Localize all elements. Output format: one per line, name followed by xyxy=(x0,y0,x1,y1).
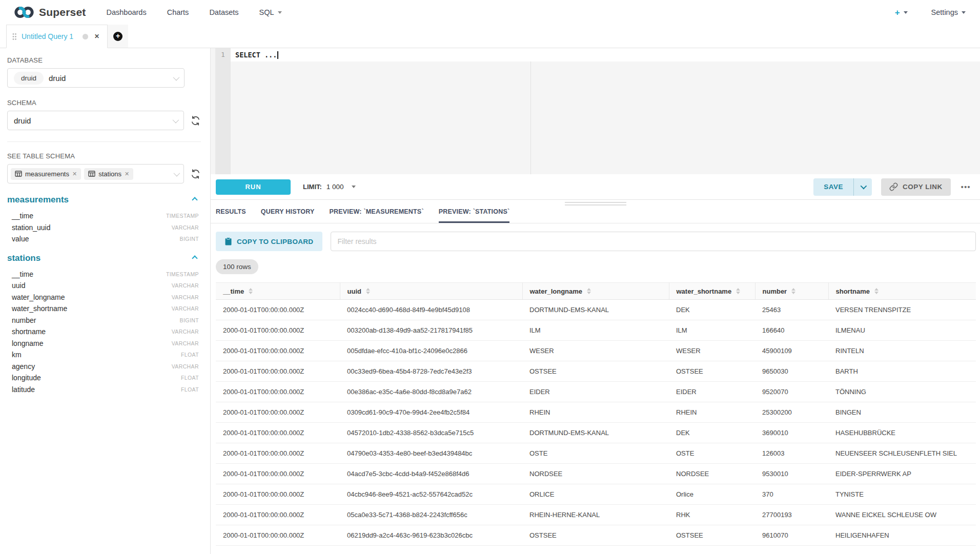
chevron-down-icon xyxy=(173,116,179,123)
schema-name: measurements xyxy=(7,195,69,205)
database-select[interactable]: druid druid xyxy=(7,68,185,88)
column-name: value xyxy=(12,235,29,243)
table-row: 2000-01-01T00:00:00.000Z04572010-1db2-43… xyxy=(216,423,976,443)
plus-circle-icon: + xyxy=(113,32,122,41)
table-cell: NEUENSEER SCHLEUSENFLETH SIEL xyxy=(828,443,976,464)
copy-to-clipboard-button[interactable]: COPY TO CLIPBOARD xyxy=(216,232,322,251)
table-cell: DEK xyxy=(669,300,755,320)
schema-column-row: station_uuidVARCHAR xyxy=(7,222,199,234)
table-cell: 2000-01-01T00:00:00.000Z xyxy=(216,361,340,382)
limit-dropdown[interactable]: LIMIT: 1 000 xyxy=(303,183,356,191)
chevron-down-icon xyxy=(962,11,966,14)
column-header-water_longname[interactable]: water_longname xyxy=(522,283,669,300)
column-name: km xyxy=(12,351,22,359)
column-header-__time[interactable]: __time xyxy=(216,283,340,300)
table-cell: 2000-01-01T00:00:00.000Z xyxy=(216,382,340,402)
sort-icon xyxy=(587,288,591,294)
query-tab-label: Untitled Query 1 xyxy=(22,32,78,40)
table-cell: 06219dd9-a2c4-463c-9619-623b3c026cbc xyxy=(340,525,522,546)
table-cell: WANNE EICKEL SCHLEUSE OW xyxy=(828,505,976,525)
chevron-down-icon xyxy=(278,11,282,14)
refresh-schema-button[interactable] xyxy=(190,115,201,126)
nav-links: DashboardsChartsDatasets SQL xyxy=(106,8,281,16)
table-cell: DORTMUND-EMS-KANAL xyxy=(522,423,669,443)
table-cell: 27700193 xyxy=(755,505,828,525)
column-header-label: uuid xyxy=(348,288,361,295)
table-cell: 9530010 xyxy=(755,464,828,484)
remove-table-icon[interactable]: ✕ xyxy=(125,171,129,177)
settings-menu[interactable]: Settings xyxy=(931,8,966,16)
column-name: __time xyxy=(12,212,33,220)
column-header-label: water_shortname xyxy=(677,288,732,295)
link-icon xyxy=(889,182,898,191)
column-header-number[interactable]: number xyxy=(755,283,828,300)
sql-lab-left-panel: DATABASE druid druid SCHEMA druid xyxy=(0,48,211,554)
close-tab-icon[interactable]: ✕ xyxy=(93,32,101,41)
nav-item-sql[interactable]: SQL xyxy=(259,8,282,16)
column-name: uuid xyxy=(12,281,25,290)
schema-section-stations: stations__timeTIMESTAMPuuidVARCHARwater_… xyxy=(7,253,201,396)
remove-table-icon[interactable]: ✕ xyxy=(72,171,77,177)
table-cell: 25300200 xyxy=(755,402,828,423)
resize-drag-handle[interactable] xyxy=(565,201,626,207)
nav-item-charts[interactable]: Charts xyxy=(167,8,189,16)
chevron-down-icon xyxy=(174,170,180,176)
column-name: __time xyxy=(12,270,33,278)
filter-results-input[interactable] xyxy=(331,232,976,251)
table-cell: 05ca0e33-5c71-4368-b824-2243fcff656c xyxy=(340,505,522,525)
sort-icon xyxy=(366,288,370,294)
results-tab-preview-measurements[interactable]: PREVIEW: `MEASUREMENTS` xyxy=(330,200,424,223)
table-cell: 2000-01-01T00:00:00.000Z xyxy=(216,484,340,505)
table-cell: RHK xyxy=(669,505,755,525)
line-number: 1 xyxy=(215,48,231,58)
table-cell: Orlice xyxy=(669,484,755,505)
save-button[interactable]: SAVE xyxy=(813,178,853,196)
refresh-tables-button[interactable] xyxy=(190,169,201,179)
results-tab-query-history[interactable]: QUERY HISTORY xyxy=(261,200,315,223)
run-button[interactable]: RUN xyxy=(216,179,291,195)
query-tab-untitled[interactable]: Untitled Query 1 ✕ xyxy=(6,25,108,48)
column-name: longname xyxy=(12,339,44,347)
table-cell: 2000-01-01T00:00:00.000Z xyxy=(216,505,340,525)
nav-item-dashboards[interactable]: Dashboards xyxy=(106,8,146,16)
results-tab-preview-stations[interactable]: PREVIEW: `STATIONS` xyxy=(439,200,510,223)
table-cell: 25463 xyxy=(755,300,828,320)
table-cell: TYNISTE xyxy=(828,484,976,505)
superset-logo[interactable]: Superset xyxy=(13,5,86,19)
copy-link-button[interactable]: COPY LINK xyxy=(881,178,951,196)
schema-column-row: agencyVARCHAR xyxy=(7,361,199,373)
new-query-tab-button[interactable]: + xyxy=(108,25,128,48)
table-schema-select[interactable]: measurements✕stations✕ xyxy=(7,164,184,183)
chevron-down-icon xyxy=(861,183,867,190)
sql-editor[interactable]: 1 SELECT ... xyxy=(211,48,980,174)
more-options-button[interactable]: ••• xyxy=(960,181,972,193)
column-header-shortname[interactable]: shortname xyxy=(828,283,976,300)
schema-header-measurements[interactable]: measurements xyxy=(7,195,199,205)
table-cell: NORDSEE xyxy=(522,464,669,484)
new-item-menu[interactable]: + xyxy=(895,8,908,17)
table-cell: 00c33ed9-6bea-45b4-8728-7edc7e43e2f3 xyxy=(340,361,522,382)
table-cell: 45900109 xyxy=(755,341,828,361)
table-pill-stations: stations✕ xyxy=(84,168,133,180)
column-name: water_shortname xyxy=(12,304,67,313)
chevron-up-icon xyxy=(192,197,197,202)
column-type: VARCHAR xyxy=(172,294,199,300)
table-cell: 2000-01-01T00:00:00.000Z xyxy=(216,402,340,423)
schema-select[interactable]: druid xyxy=(7,111,184,130)
schema-label: SCHEMA xyxy=(7,99,201,107)
table-cell: OSTSEE xyxy=(522,361,669,382)
database-backend-pill: druid xyxy=(14,72,44,85)
table-pill-label: stations xyxy=(98,170,121,178)
schema-column-row: longitudeFLOAT xyxy=(7,372,199,384)
sort-icon xyxy=(736,288,740,294)
column-type: TIMESTAMP xyxy=(166,271,199,277)
schema-column-row: water_shortnameVARCHAR xyxy=(7,303,199,315)
schema-header-stations[interactable]: stations xyxy=(7,253,199,263)
table-cell: 04790e03-4353-4e80-beef-b3ed439484bc xyxy=(340,443,522,464)
column-header-water_shortname[interactable]: water_shortname xyxy=(669,283,755,300)
results-tab-results[interactable]: RESULTS xyxy=(216,200,246,223)
table-cell: 04acd7e5-3cbc-4cdd-b4a9-f452e868f4d6 xyxy=(340,464,522,484)
column-header-uuid[interactable]: uuid xyxy=(340,283,522,300)
save-options-button[interactable] xyxy=(853,178,872,196)
nav-item-datasets[interactable]: Datasets xyxy=(209,8,238,16)
